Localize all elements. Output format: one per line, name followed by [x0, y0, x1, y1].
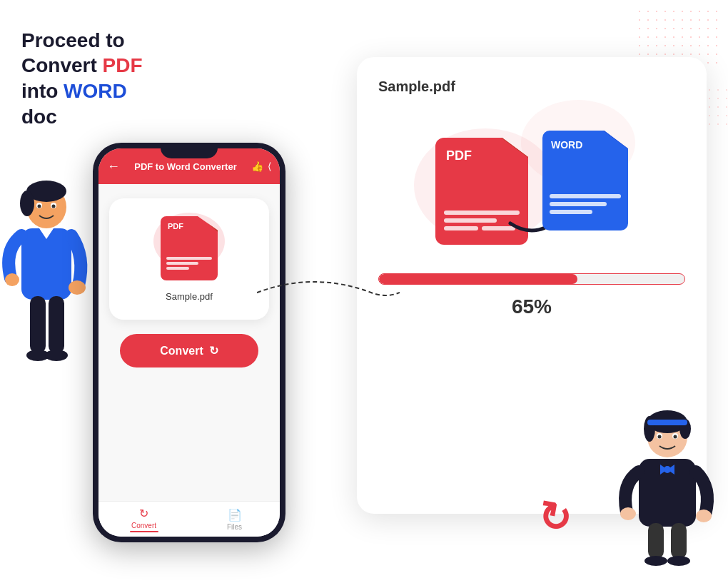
- phone-convert-button[interactable]: Convert ↻: [120, 334, 258, 367]
- svg-rect-31: [671, 523, 687, 559]
- word-line-2: [550, 202, 607, 206]
- word-large-label: WORD: [551, 139, 582, 151]
- nav-active-underline: [130, 531, 158, 532]
- svg-rect-19: [647, 420, 687, 425]
- svg-point-23: [674, 435, 677, 439]
- pdf-doc-fold: [501, 138, 528, 158]
- share-icon[interactable]: ⟨: [268, 161, 271, 172]
- svg-point-6: [52, 205, 56, 208]
- svg-rect-30: [648, 523, 664, 559]
- phone-mockup: ← PDF to Word Converter 👍 ⟨ PDF: [93, 143, 285, 542]
- progress-percentage: 65%: [378, 295, 685, 318]
- svg-rect-10: [30, 296, 46, 353]
- doc-line-2: [166, 262, 198, 265]
- phone-content-area: PDF: [98, 184, 280, 501]
- phone-screen: ← PDF to Word Converter 👍 ⟨ PDF: [98, 148, 280, 537]
- pdf-line-2: [444, 218, 497, 223]
- refresh-icon-large: ↻: [535, 492, 575, 542]
- svg-point-28: [620, 507, 636, 520]
- phone-filename: Sample.pdf: [166, 291, 213, 302]
- phone-header-icons: 👍 ⟨: [251, 161, 271, 172]
- phone-outer: ← PDF to Word Converter 👍 ⟨ PDF: [93, 143, 285, 542]
- word-large-lines: [550, 194, 621, 218]
- doc-lines-small: [166, 257, 212, 272]
- phone-notch: [161, 143, 218, 158]
- progress-container: [378, 273, 685, 285]
- pdf-red-text: PDF: [103, 54, 143, 76]
- doc-fold: [200, 216, 218, 232]
- pdf-label-small: PDF: [168, 222, 183, 230]
- word-blue-text: WORD: [64, 80, 127, 102]
- phone-file-card: PDF: [109, 198, 269, 320]
- person-right-character: [614, 409, 721, 576]
- nav-files-icon: 📄: [228, 508, 242, 522]
- svg-point-13: [45, 350, 68, 361]
- left-text-block: Proceed to Convert PDF into WORD doc: [21, 29, 164, 131]
- pdf-line-3a: [444, 226, 478, 230]
- doc-line-3: [166, 267, 189, 270]
- dashed-connection-line: [257, 271, 400, 314]
- svg-point-9: [5, 273, 19, 286]
- proceed-text: Proceed to: [21, 29, 164, 53]
- back-arrow-icon[interactable]: ←: [107, 159, 120, 174]
- word-icon-large: WORD: [542, 131, 628, 230]
- pdf-icon-small: PDF: [161, 216, 218, 280]
- nav-convert-label: Convert: [131, 522, 156, 529]
- svg-point-32: [644, 556, 667, 566]
- convert-pdf-text: Convert PDF: [21, 53, 164, 78]
- svg-point-5: [38, 205, 41, 208]
- phone-bottom-nav: ↻ Convert 📄 Files: [98, 501, 280, 537]
- progress-bar-fill: [379, 274, 577, 284]
- nav-files-label: Files: [227, 523, 242, 531]
- convert-button-label: Convert: [160, 345, 203, 358]
- word-doc-fold: [603, 131, 628, 149]
- nav-item-convert[interactable]: ↻ Convert: [98, 507, 189, 532]
- nav-convert-icon: ↻: [139, 507, 148, 520]
- svg-point-22: [658, 435, 662, 439]
- like-icon[interactable]: 👍: [251, 161, 263, 172]
- word-line-1: [550, 194, 621, 198]
- doc-line-1: [166, 257, 212, 260]
- dot-pattern-top-right: [635, 7, 721, 64]
- svg-point-27: [664, 466, 671, 473]
- person-left-character: [0, 178, 93, 410]
- svg-point-8: [69, 280, 86, 295]
- progress-bar-track: [378, 273, 685, 285]
- word-line-3: [550, 210, 592, 214]
- svg-point-29: [696, 510, 712, 522]
- svg-point-33: [667, 556, 690, 566]
- pdf-large-label: PDF: [446, 148, 472, 163]
- right-icons-area: PDF WORD: [378, 109, 685, 252]
- svg-point-2: [20, 191, 34, 216]
- phone-title: PDF to Word Converter: [126, 161, 246, 172]
- convert-refresh-icon: ↻: [209, 344, 218, 358]
- right-panel-filename: Sample.pdf: [378, 78, 685, 95]
- nav-item-files[interactable]: 📄 Files: [189, 508, 280, 531]
- svg-rect-11: [49, 296, 64, 353]
- into-word-text: into WORD doc: [21, 78, 164, 131]
